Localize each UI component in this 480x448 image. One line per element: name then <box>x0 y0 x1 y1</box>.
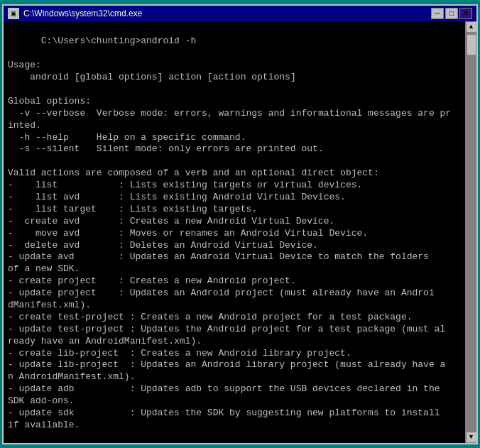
scroll-thumb[interactable] <box>467 34 476 55</box>
cmd-window: ▣ C:\Windows\system32\cmd.exe ─ □ ✕ C:\U… <box>2 4 478 444</box>
close-button[interactable]: ✕ <box>459 8 472 19</box>
minimize-button[interactable]: ─ <box>431 8 444 19</box>
scrollbar[interactable]: ▲ ▼ <box>465 21 476 443</box>
window-body: C:\Users\chunting>android -h Usage: andr… <box>4 21 476 443</box>
scroll-down-button[interactable]: ▼ <box>466 432 477 443</box>
scroll-track[interactable] <box>466 33 477 432</box>
title-bar-left: ▣ C:\Windows\system32\cmd.exe <box>8 8 142 19</box>
scroll-up-button[interactable]: ▲ <box>466 21 477 33</box>
window-title: C:\Windows\system32\cmd.exe <box>23 9 142 18</box>
maximize-button[interactable]: □ <box>445 8 458 19</box>
title-bar-buttons: ─ □ ✕ <box>431 8 472 19</box>
title-bar: ▣ C:\Windows\system32\cmd.exe ─ □ ✕ <box>4 6 476 21</box>
window-icon: ▣ <box>8 8 19 19</box>
terminal-output[interactable]: C:\Users\chunting>android -h Usage: andr… <box>4 21 465 443</box>
